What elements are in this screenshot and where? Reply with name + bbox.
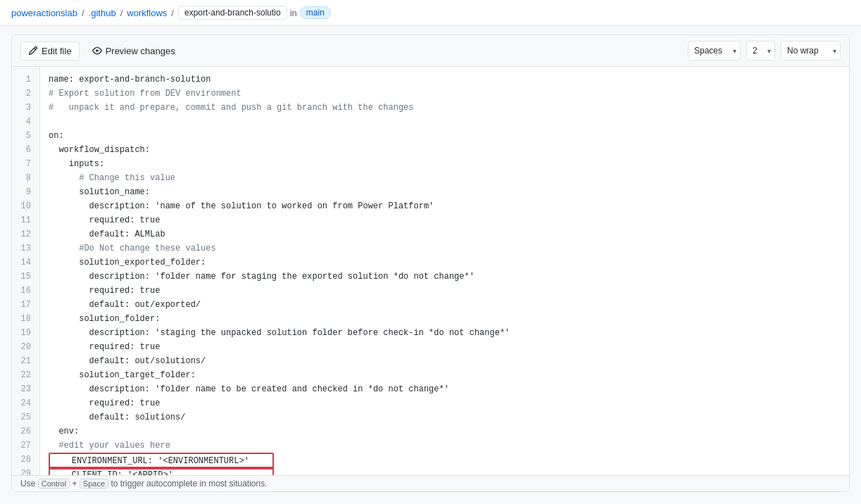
line-number: 6 (18, 143, 31, 157)
toolbar-right: Spaces Tabs ▾ 2 4 8 ▾ No wrap Soft wrap … (688, 41, 841, 61)
code-line: #edit your values here (49, 439, 841, 453)
breadcrumb-bar: poweractionslab / .github / workflows / … (0, 0, 861, 26)
code-line: default: out/solutions/ (49, 354, 841, 368)
line-number: 12 (18, 227, 31, 241)
wrap-select-wrap: No wrap Soft wrap ▾ (781, 41, 841, 61)
line-number: 9 (18, 185, 31, 199)
line-number: 3 (18, 101, 31, 115)
status-plus: + (73, 479, 80, 489)
breadcrumb-sep2: / (120, 8, 123, 18)
code-line: solution_exported_folder: (49, 256, 841, 270)
code-line: solution_name: (49, 185, 841, 199)
code-line: required: true (49, 396, 841, 410)
line-number: 7 (18, 157, 31, 171)
edit-file-label: Edit file (42, 46, 72, 56)
line-number: 26 (18, 424, 31, 439)
code-line: # unpack it and prepare, commit and push… (49, 101, 841, 115)
preview-changes-tab[interactable]: Preview changes (85, 42, 182, 60)
breadcrumb-folder2[interactable]: workflows (127, 8, 167, 18)
editor-container: Edit file Preview changes Spaces Tabs ▾ … (11, 34, 850, 492)
code-line: #Do Not change these values (49, 241, 841, 256)
line-number: 4 (18, 115, 31, 129)
branch-badge[interactable]: main (300, 6, 331, 19)
line-number: 2 (18, 87, 31, 101)
line-number: 29 (18, 467, 31, 475)
edit-icon (28, 46, 38, 56)
code-line: inputs: (49, 157, 841, 171)
code-line: default: ALMLab (49, 227, 841, 241)
code-line: description: 'folder name to be created … (49, 382, 841, 396)
code-line: solution_folder: (49, 312, 841, 326)
code-line: name: export-and-branch-solution (49, 73, 841, 87)
code-line: default: out/exported/ (49, 298, 841, 312)
code-line: description: 'folder name for staging th… (49, 270, 841, 284)
code-line: CLIENT_ID: '<APPID>' (49, 467, 841, 475)
code-line: default: solutions/ (49, 410, 841, 424)
line-number: 20 (18, 340, 31, 354)
code-line: ENVIRONMENT_URL: '<ENVIRONMENTURL>' (49, 453, 841, 467)
line-number: 25 (18, 410, 31, 424)
code-line: required: true (49, 213, 841, 227)
code-line: solution_target_folder: (49, 368, 841, 382)
spaces-select[interactable]: Spaces Tabs (688, 41, 741, 61)
code-line: env: (49, 424, 841, 439)
code-line: workflow_dispatch: (49, 143, 841, 157)
code-editor[interactable]: 1234567891011121314151617181920212223242… (12, 67, 849, 475)
eye-icon (92, 46, 102, 56)
line-number: 18 (18, 312, 31, 326)
code-line: on: (49, 129, 841, 143)
line-number: 15 (18, 270, 31, 284)
breadcrumb-repo[interactable]: poweractionslab (11, 8, 77, 18)
line-number: 19 (18, 326, 31, 340)
code-line: required: true (49, 340, 841, 354)
indent-select-wrap: 2 4 8 ▾ (746, 41, 775, 61)
line-numbers: 1234567891011121314151617181920212223242… (12, 67, 40, 475)
preview-label: Preview changes (106, 46, 175, 56)
status-rest: to trigger autocomplete in most situatio… (111, 479, 267, 489)
line-number: 11 (18, 213, 31, 227)
line-number: 23 (18, 382, 31, 396)
code-line: # Change this value (49, 171, 841, 185)
line-number: 17 (18, 298, 31, 312)
breadcrumb-filename: export-and-branch-solutio (178, 6, 287, 20)
code-line (49, 115, 841, 129)
line-number: 8 (18, 171, 31, 185)
spaces-select-wrap: Spaces Tabs ▾ (688, 41, 741, 61)
line-number: 10 (18, 199, 31, 213)
code-line: description: 'staging the unpacked solut… (49, 326, 841, 340)
code-content[interactable]: name: export-and-branch-solution# Export… (40, 67, 849, 475)
line-number: 21 (18, 354, 31, 368)
line-number: 28 (18, 453, 31, 467)
line-number: 22 (18, 368, 31, 382)
status-use: Use (20, 479, 38, 489)
line-number: 1 (18, 73, 31, 87)
code-line: required: true (49, 284, 841, 298)
wrap-select[interactable]: No wrap Soft wrap (781, 41, 841, 61)
status-bar: Use Control + Space to trigger autocompl… (12, 475, 849, 491)
code-line: # Export solution from DEV environment (49, 87, 841, 101)
breadcrumb-in: in (290, 8, 297, 18)
editor-toolbar: Edit file Preview changes Spaces Tabs ▾ … (12, 35, 849, 67)
breadcrumb-sep1: / (82, 8, 84, 18)
indent-select[interactable]: 2 4 8 (746, 41, 775, 61)
breadcrumb-sep3: / (171, 8, 174, 18)
line-number: 5 (18, 129, 31, 143)
line-number: 27 (18, 439, 31, 453)
line-number: 14 (18, 256, 31, 270)
breadcrumb-folder1[interactable]: .github (89, 8, 116, 18)
edit-file-tab[interactable]: Edit file (20, 42, 80, 61)
status-key-control: Control (38, 479, 70, 489)
status-key-space: Space (80, 479, 108, 489)
line-number: 24 (18, 396, 31, 410)
line-number: 16 (18, 284, 31, 298)
line-number: 13 (18, 241, 31, 256)
code-line: description: 'name of the solution to wo… (49, 199, 841, 213)
